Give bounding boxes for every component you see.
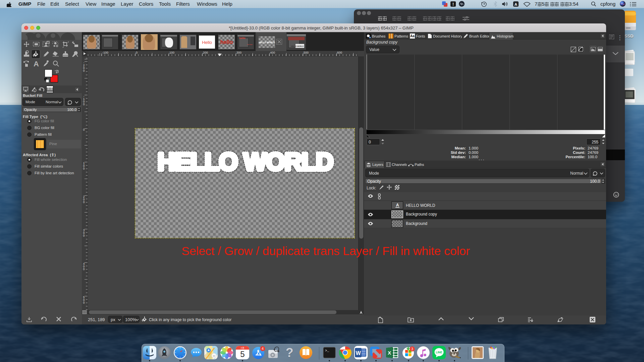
svg-text:i: i <box>34 89 35 92</box>
svg-text:HELLO WORLD: HELLO WORLD <box>158 148 333 176</box>
svg-text:!: ! <box>452 2 454 7</box>
svg-text:>_: >_ <box>325 349 329 353</box>
svg-text:A: A <box>396 203 399 207</box>
svg-text:A: A <box>34 60 39 68</box>
svg-text:?: ? <box>285 346 293 359</box>
svg-text:5: 5 <box>240 350 245 359</box>
svg-text:Aa: Aa <box>410 34 415 38</box>
svg-text:7月: 7月 <box>240 347 245 350</box>
svg-text:3: 3 <box>411 347 413 351</box>
svg-text:A: A <box>515 2 517 6</box>
svg-text:4: 4 <box>262 347 264 351</box>
svg-text:3D: 3D <box>213 355 215 357</box>
svg-text:X: X <box>388 350 391 356</box>
svg-text:LINE: LINE <box>436 351 442 354</box>
svg-text:W: W <box>356 350 361 356</box>
